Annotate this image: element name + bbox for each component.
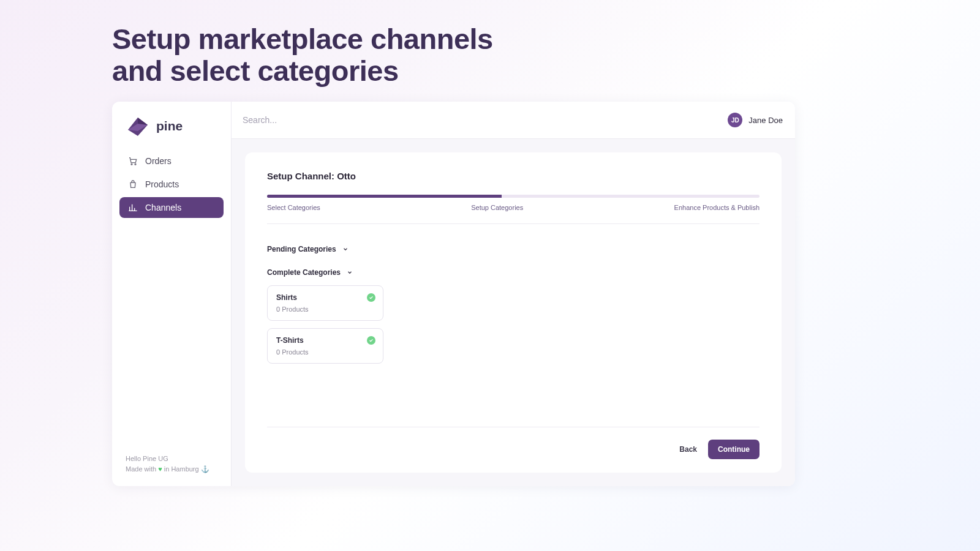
hero-line-1: Setup marketplace channels — [112, 23, 493, 55]
footer-tagline: Made with ♥ in Hamburg ⚓ — [126, 464, 217, 475]
sidebar-item-label: Products — [145, 179, 179, 189]
chevron-down-icon — [342, 246, 349, 252]
sidebar-item-label: Orders — [145, 156, 172, 166]
sidebar-item-products[interactable]: Products — [119, 174, 224, 195]
category-card[interactable]: Shirts 0 Products — [267, 285, 383, 321]
sidebar-item-channels[interactable]: Channels — [119, 197, 224, 218]
sidebar-footer: Hello Pine UG Made with ♥ in Hamburg ⚓ — [119, 454, 224, 475]
progress-stepper: Select Categories Setup Categories Enhan… — [267, 195, 760, 224]
step-enhance-publish[interactable]: Enhance Products & Publish — [674, 204, 760, 211]
topbar: JD Jane Doe — [232, 102, 795, 139]
card-title: Setup Channel: Otto — [267, 171, 760, 181]
continue-button[interactable]: Continue — [708, 440, 760, 459]
avatar: JD — [728, 113, 742, 127]
app-window: pine Orders Products Channels — [112, 102, 795, 486]
sidebar-item-orders[interactable]: Orders — [119, 151, 224, 171]
main-pane: JD Jane Doe Setup Channel: Otto Select C… — [232, 102, 795, 486]
category-name: Shirts — [276, 293, 374, 302]
hero-heading: Setup marketplace channels and select ca… — [112, 23, 493, 86]
pending-categories-toggle[interactable]: Pending Categories — [267, 245, 760, 253]
card-footer: Back Continue — [267, 427, 760, 459]
footer-company: Hello Pine UG — [126, 454, 217, 465]
complete-categories-toggle[interactable]: Complete Categories — [267, 268, 760, 277]
category-subtext: 0 Products — [276, 305, 374, 313]
pine-logo-icon — [126, 115, 150, 137]
category-subtext: 0 Products — [276, 348, 374, 356]
setup-card: Setup Channel: Otto Select Categories Se… — [245, 152, 782, 473]
bag-icon — [128, 179, 138, 189]
user-name: Jane Doe — [748, 116, 783, 125]
cart-icon — [128, 156, 138, 166]
category-name: T-Shirts — [276, 336, 374, 345]
chevron-down-icon — [347, 269, 353, 276]
user-menu[interactable]: JD Jane Doe — [728, 113, 783, 127]
step-setup-categories[interactable]: Setup Categories — [471, 204, 523, 211]
brand-logo[interactable]: pine — [119, 111, 224, 151]
progress-track — [267, 195, 760, 198]
step-select-categories[interactable]: Select Categories — [267, 204, 320, 211]
svg-point-1 — [135, 163, 136, 165]
chart-icon — [128, 203, 138, 212]
back-button[interactable]: Back — [679, 445, 697, 454]
sidebar: pine Orders Products Channels — [112, 102, 232, 486]
content-area: Setup Channel: Otto Select Categories Se… — [232, 139, 795, 486]
complete-categories-list: Shirts 0 Products T-Shirts 0 Products — [267, 285, 760, 364]
check-icon — [367, 336, 375, 345]
category-card[interactable]: T-Shirts 0 Products — [267, 328, 383, 364]
pending-categories-label: Pending Categories — [267, 245, 336, 253]
sidebar-nav: Orders Products Channels — [119, 151, 224, 218]
sidebar-item-label: Channels — [145, 203, 181, 212]
check-icon — [367, 293, 375, 302]
search-input[interactable] — [243, 115, 728, 125]
hero-line-2: and select categories — [112, 54, 399, 87]
svg-point-0 — [131, 163, 132, 165]
progress-fill — [267, 195, 502, 198]
complete-categories-label: Complete Categories — [267, 268, 341, 277]
brand-name: pine — [156, 119, 183, 133]
